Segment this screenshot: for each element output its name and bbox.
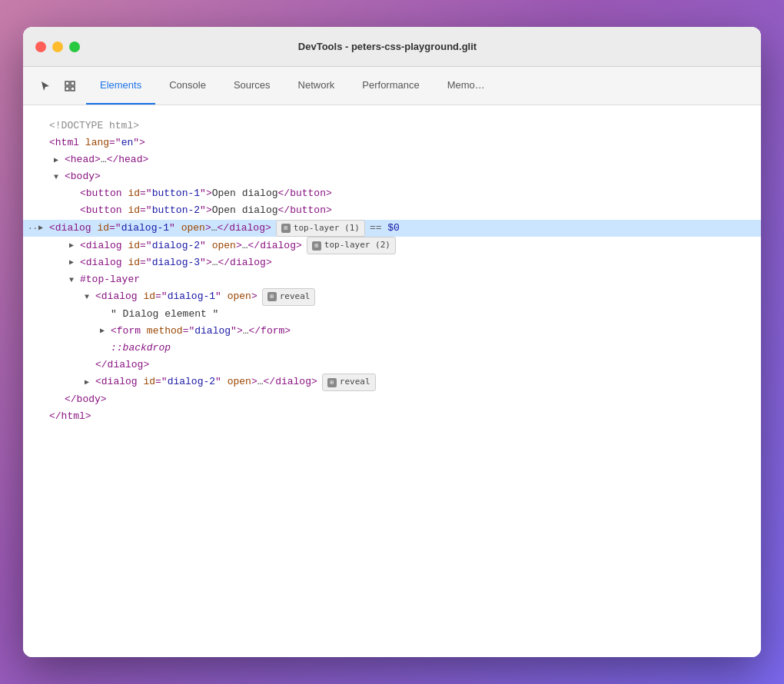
tab-memory[interactable]: Memo… bbox=[434, 67, 499, 105]
top-layer-triangle[interactable] bbox=[69, 274, 80, 287]
tab-elements[interactable]: Elements bbox=[86, 67, 155, 105]
body-close-line: ▶ </body> bbox=[38, 391, 746, 408]
svg-rect-1 bbox=[71, 81, 75, 85]
head-triangle[interactable] bbox=[54, 154, 65, 167]
tab-sources[interactable]: Sources bbox=[220, 67, 284, 105]
dialog-text-line: ▶ " Dialog element " bbox=[38, 306, 746, 323]
top-layer-1-badge[interactable]: ⊞ top-layer (1) bbox=[276, 220, 365, 237]
reveal-icon-2: ⊞ bbox=[327, 378, 337, 387]
svg-rect-3 bbox=[71, 87, 75, 91]
reveal-icon: ⊞ bbox=[267, 292, 277, 301]
dialog1-expanded-line[interactable]: <dialog id="dialog-1" open> ⊞ reveal bbox=[38, 288, 746, 306]
cursor-icon[interactable] bbox=[35, 76, 55, 96]
window-title: DevTools - peters-css-playground.glit bbox=[26, 41, 749, 52]
inspect-icon[interactable] bbox=[60, 76, 80, 96]
dots-menu[interactable]: ··· bbox=[28, 221, 43, 236]
svg-rect-0 bbox=[65, 81, 69, 85]
backdrop-line: ▶ ::backdrop bbox=[38, 340, 746, 357]
reveal-badge-1[interactable]: ⊞ reveal bbox=[262, 288, 316, 306]
form-triangle[interactable] bbox=[100, 324, 111, 337]
dialog1-inner-triangle[interactable] bbox=[85, 291, 95, 304]
button2-line[interactable]: ▶ <button id="button-2">Open dialog</but… bbox=[38, 202, 746, 219]
html-close-line: ▶ </html> bbox=[38, 408, 746, 425]
titlebar: DevTools - peters-css-playground.glit bbox=[23, 27, 761, 67]
doctype-line: ▶ <!DOCTYPE html> bbox=[38, 118, 746, 134]
dialog2-line[interactable]: <dialog id="dialog-2" open>…</dialog> ⊞ … bbox=[38, 237, 746, 254]
tabbar: Elements Console Sources Network Perform… bbox=[23, 67, 761, 105]
dialog3-line[interactable]: <dialog id="dialog-3">…</dialog> bbox=[38, 254, 746, 271]
top-layer-line[interactable]: #top-layer bbox=[38, 271, 746, 288]
svg-rect-2 bbox=[65, 87, 69, 91]
tab-console[interactable]: Console bbox=[155, 67, 220, 105]
dialog1-line[interactable]: ··· <dialog id="dialog-1" open>…</dialog… bbox=[23, 220, 761, 237]
form-line[interactable]: <form method="dialog">…</form> bbox=[38, 323, 746, 340]
tab-performance[interactable]: Performance bbox=[348, 67, 433, 105]
layer-icon: ⊞ bbox=[281, 224, 291, 233]
head-line[interactable]: <head>…</head> bbox=[38, 151, 746, 168]
tab-network[interactable]: Network bbox=[284, 67, 349, 105]
body-triangle[interactable] bbox=[54, 171, 65, 184]
top-layer-2-badge[interactable]: ⊞ top-layer (2) bbox=[307, 237, 396, 254]
body-open-line[interactable]: <body> bbox=[38, 168, 746, 185]
reveal-badge-2[interactable]: ⊞ reveal bbox=[322, 374, 376, 391]
devtools-window: DevTools - peters-css-playground.glit El bbox=[23, 27, 761, 657]
dollar-zero: $0 bbox=[381, 220, 399, 237]
dialog1-close-line: ▶ </dialog> bbox=[38, 357, 746, 374]
html-open-line[interactable]: ▶ <html lang="en"> bbox=[38, 134, 746, 151]
dialog2-triangle[interactable] bbox=[69, 239, 80, 252]
dialog3-triangle[interactable] bbox=[69, 256, 80, 269]
dialog2-inner-triangle[interactable] bbox=[85, 376, 95, 389]
elements-panel: ▶ <!DOCTYPE html> ▶ <html lang="en"> <he… bbox=[23, 105, 761, 657]
doctype-text: <!DOCTYPE html> bbox=[49, 118, 139, 134]
dialog2-inner-line[interactable]: <dialog id="dialog-2" open>…</dialog> ⊞ … bbox=[38, 374, 746, 391]
tabs: Elements Console Sources Network Perform… bbox=[86, 67, 499, 105]
equals-sign: == bbox=[370, 220, 382, 237]
tab-icons bbox=[29, 67, 86, 105]
layer-icon: ⊞ bbox=[312, 241, 321, 251]
button1-line[interactable]: ▶ <button id="button-1">Open dialog</but… bbox=[38, 185, 746, 202]
